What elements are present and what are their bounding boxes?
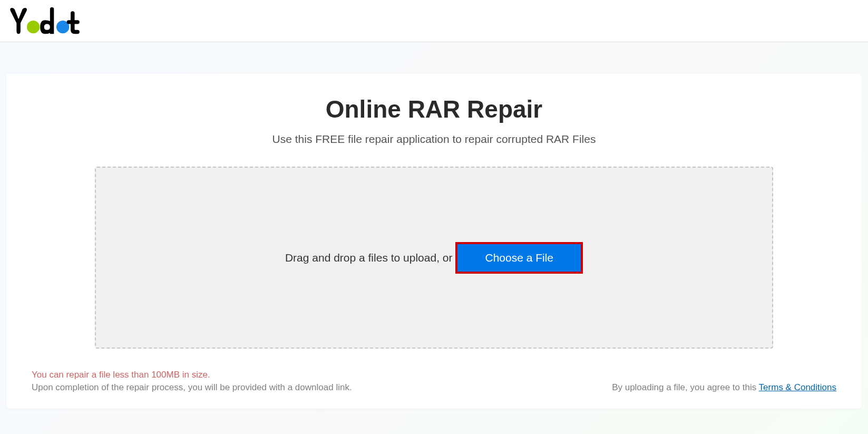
page-title: Online RAR Repair bbox=[32, 95, 836, 123]
file-dropzone[interactable]: Drag and drop a files to upload, or Choo… bbox=[95, 167, 773, 349]
agree-text: By uploading a file, you agree to this bbox=[612, 382, 758, 392]
footer-left: You can repair a file less than 100MB in… bbox=[32, 370, 352, 393]
dropzone-content: Drag and drop a files to upload, or Choo… bbox=[285, 242, 583, 274]
footer-info: You can repair a file less than 100MB in… bbox=[32, 370, 836, 393]
completion-note: Upon completion of the repair process, y… bbox=[32, 382, 352, 393]
main-card: Online RAR Repair Use this FREE file rep… bbox=[6, 74, 862, 409]
choose-file-highlight: Choose a File bbox=[455, 242, 583, 274]
choose-file-button[interactable]: Choose a File bbox=[457, 244, 581, 272]
footer-right: By uploading a file, you agree to this T… bbox=[612, 382, 836, 393]
dropzone-text: Drag and drop a files to upload, or bbox=[285, 252, 453, 264]
header bbox=[0, 0, 868, 42]
brand-logo[interactable] bbox=[9, 6, 89, 36]
page-subtitle: Use this FREE file repair application to… bbox=[32, 133, 836, 146]
size-warning: You can repair a file less than 100MB in… bbox=[32, 370, 352, 380]
terms-link[interactable]: Terms & Conditions bbox=[759, 382, 836, 392]
svg-point-0 bbox=[27, 21, 40, 33]
